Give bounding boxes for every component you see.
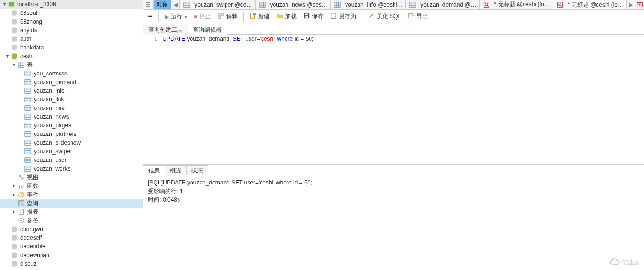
database-item[interactable]: chongwu — [0, 225, 143, 233]
table-icon — [409, 1, 417, 9]
svg-rect-66 — [25, 166, 31, 172]
new-button[interactable]: + 新建 — [247, 12, 273, 22]
sql-editor[interactable]: 1 UPDATE youzan_demand SET user='ceshi' … — [143, 35, 644, 164]
database-item[interactable]: 68zhong — [0, 17, 143, 26]
sql-table: youzan_demand — [187, 36, 229, 42]
result-tab-status[interactable]: 状态 — [186, 165, 208, 175]
tab-prev-icon[interactable]: ◀ — [171, 0, 180, 9]
export-button[interactable]: 导出 — [405, 12, 431, 22]
table-item[interactable]: youzan_works — [0, 164, 143, 173]
save-label: 保存 — [312, 12, 323, 21]
table-item[interactable]: youzan_user — [0, 156, 143, 164]
cloud-icon — [609, 258, 620, 267]
database-icon — [11, 18, 18, 25]
connection-root[interactable]: ▾ localhost_3306 — [0, 0, 143, 9]
table-label: youzan_news — [34, 112, 143, 121]
database-item[interactable]: dedeself — [0, 233, 143, 242]
table-item[interactable]: youzan_partners — [0, 130, 143, 138]
table-label: youzan_pages — [34, 121, 143, 130]
group-views[interactable]: 视图 — [0, 173, 143, 182]
table-icon — [24, 130, 32, 138]
database-item[interactable]: dedetable — [0, 242, 143, 251]
svg-rect-21 — [25, 88, 31, 94]
result-tab-profile[interactable]: 概况 — [165, 165, 187, 175]
database-item[interactable]: auth — [0, 35, 143, 43]
beautify-button[interactable]: 美化 SQL — [365, 12, 404, 22]
sql-idcol: id — [295, 36, 299, 42]
database-icon — [11, 234, 18, 242]
svg-rect-96 — [259, 2, 265, 7]
svg-rect-126 — [305, 14, 308, 16]
table-icon — [259, 1, 266, 9]
stop-button[interactable]: ■ 停止 — [191, 12, 214, 22]
table-item[interactable]: youzan_nav — [0, 104, 143, 112]
menu-button[interactable]: ≡ — [145, 12, 155, 22]
database-item[interactable]: anyida — [0, 26, 143, 35]
svg-rect-91 — [184, 2, 190, 7]
subtab-editor[interactable]: 查询编辑器 — [188, 25, 227, 35]
database-icon — [11, 52, 18, 60]
export-icon — [408, 12, 415, 21]
editor-tab[interactable]: youzan_swiper @ce… — [180, 0, 255, 9]
table-icon — [334, 1, 341, 9]
editor-tab[interactable]: * 无标题 @ceshi (lo… — [553, 0, 627, 9]
eq: = — [257, 36, 260, 42]
connection-label: localhost_3306 — [17, 0, 143, 9]
table-item[interactable]: youzan_slideshow — [0, 138, 143, 147]
database-icon — [11, 9, 18, 17]
saveas-icon — [330, 12, 337, 21]
saveas-button[interactable]: 另存为 — [327, 12, 359, 22]
save-button[interactable]: 保存 — [300, 12, 326, 22]
database-item[interactable]: dedewujian — [0, 251, 143, 259]
result-body: [SQL]UPDATE youzan_demand SET user='cesh… — [143, 175, 644, 270]
svg-rect-56 — [25, 149, 31, 154]
editor-tab[interactable]: youzan_demand @… — [406, 0, 479, 9]
database-item[interactable]: bankdata — [0, 43, 143, 52]
editor-tab[interactable]: * 无标题 @ceshi (lo… — [480, 0, 553, 9]
database-item[interactable]: dormitory — [0, 268, 143, 270]
table-item[interactable]: youzan_news — [0, 112, 143, 121]
subtab-builder[interactable]: 查询创建工具 — [143, 25, 188, 35]
database-icon — [11, 35, 18, 43]
query-icon — [483, 1, 490, 9]
database-item[interactable]: discuz — [0, 259, 143, 268]
group-queries[interactable]: 查询 — [0, 199, 143, 208]
group-backup[interactable]: 备份 — [0, 216, 143, 225]
table-item[interactable]: you_sortssss — [0, 69, 143, 78]
table-icon — [24, 139, 32, 147]
table-item[interactable]: youzan_link — [0, 95, 143, 104]
database-ceshi[interactable]: ▾ ceshi — [0, 52, 143, 61]
table-icon — [24, 104, 32, 112]
table-item[interactable]: youzan_demand — [0, 78, 143, 86]
connection-icon — [8, 0, 15, 8]
database-item[interactable]: 68south — [0, 9, 143, 17]
tab-label: * 无标题 @ceshi (lo… — [494, 0, 550, 9]
tab-objects[interactable]: 对象 — [154, 0, 171, 9]
table-item[interactable]: youzan_info — [0, 86, 143, 95]
explain-button[interactable]: 解释 — [215, 12, 240, 22]
load-button[interactable]: 加载 — [274, 12, 299, 22]
group-label: 表 — [27, 61, 143, 69]
chevron-down-icon: ▾ — [11, 61, 17, 69]
svg-text:+: + — [253, 12, 256, 16]
result-tab-info[interactable]: 信息 — [143, 165, 165, 175]
tab-new-icon[interactable] — [635, 0, 644, 9]
run-button[interactable]: ▶ 运行 ▾ — [162, 12, 190, 22]
editor-tab[interactable]: youzan_news @ces… — [256, 0, 331, 9]
toolbar: ≡ ▶ 运行 ▾ ■ 停止 解释 + 新建 加载 保存 另存为 — [143, 10, 644, 24]
group-functions[interactable]: ▸ fo 函数 — [0, 182, 143, 190]
code-area[interactable]: UPDATE youzan_demand SET user='ceshi' wh… — [162, 36, 644, 164]
watermark: 亿速云 — [609, 258, 639, 267]
table-item[interactable]: youzan_swiper — [0, 147, 143, 156]
svg-line-113 — [487, 5, 488, 6]
group-reports[interactable]: ▸ 报表 — [0, 208, 143, 216]
group-tables[interactable]: ▾ 表 — [0, 61, 143, 69]
menu-icon[interactable]: ☰ — [143, 0, 154, 9]
tab-next-icon[interactable]: ▶ — [627, 0, 635, 9]
chevron-right-icon: ▸ — [11, 182, 17, 190]
svg-rect-26 — [25, 97, 31, 102]
editor-tab[interactable]: youzan_info @ceshi… — [331, 0, 406, 9]
table-item[interactable]: youzan_pages — [0, 121, 143, 130]
backup-icon — [17, 217, 25, 224]
group-events[interactable]: ▸ 事件 — [0, 190, 143, 199]
